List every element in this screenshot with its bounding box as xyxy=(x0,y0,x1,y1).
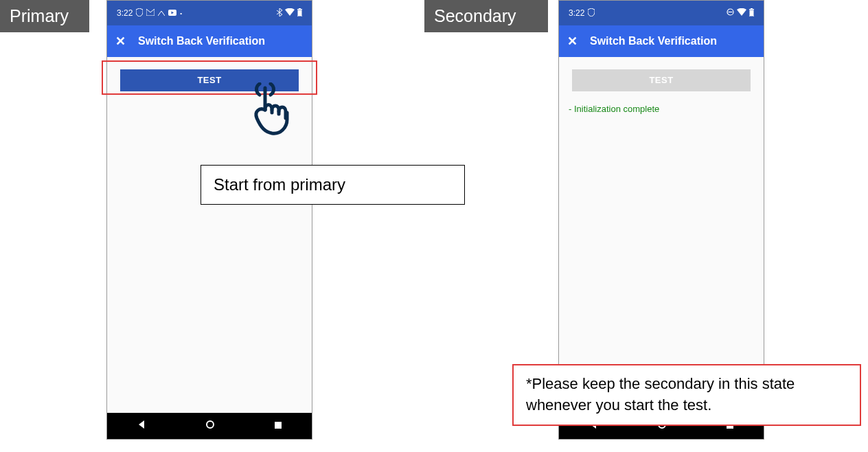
youtube-icon xyxy=(168,8,176,18)
status-left: 3:22 xyxy=(569,8,595,19)
status-left: 3:22 • xyxy=(117,8,182,19)
nav-bar xyxy=(107,413,312,439)
primary-label: Primary xyxy=(0,0,89,32)
secondary-label-text: Secondary xyxy=(434,6,516,25)
home-icon[interactable] xyxy=(205,420,215,432)
shield-icon xyxy=(136,8,143,19)
back-icon[interactable] xyxy=(137,420,146,432)
status-bar: 3:22 xyxy=(559,1,764,25)
wifi-icon xyxy=(285,8,295,18)
close-icon[interactable]: ✕ xyxy=(567,34,578,49)
battery-icon xyxy=(297,8,302,19)
callout-keep-text: *Please keep the secondary in this state… xyxy=(526,375,795,414)
shield-icon xyxy=(588,8,595,19)
content-area: TEST xyxy=(107,57,312,413)
dot-icon: • xyxy=(180,10,182,16)
signal-icon xyxy=(158,8,165,18)
primary-label-text: Primary xyxy=(10,6,69,25)
app-bar: ✕ Switch Back Verification xyxy=(559,25,764,57)
svg-rect-3 xyxy=(298,10,301,16)
bluetooth-icon xyxy=(277,8,282,19)
wifi-icon xyxy=(737,8,746,18)
callout-start: Start from primary xyxy=(201,165,465,205)
gmail-icon xyxy=(146,8,155,18)
callout-start-text: Start from primary xyxy=(214,175,345,194)
app-title: Switch Back Verification xyxy=(590,35,717,47)
status-right xyxy=(277,8,302,19)
secondary-label: Secondary xyxy=(424,0,548,32)
content-area: TEST - Initialization complete xyxy=(559,57,764,413)
callout-keep: *Please keep the secondary in this state… xyxy=(512,364,861,426)
app-bar: ✕ Switch Back Verification xyxy=(107,25,312,57)
dnd-icon xyxy=(727,8,734,18)
recent-icon[interactable] xyxy=(274,420,282,432)
svg-point-4 xyxy=(207,421,214,428)
test-button: TEST xyxy=(572,69,751,91)
highlight-test-button xyxy=(102,60,317,95)
status-right xyxy=(727,8,754,19)
status-time: 3:22 xyxy=(569,8,584,18)
battery-icon xyxy=(749,8,754,19)
close-icon[interactable]: ✕ xyxy=(115,34,126,49)
app-title: Switch Back Verification xyxy=(138,35,265,47)
svg-rect-10 xyxy=(750,10,753,16)
status-time: 3:22 xyxy=(117,8,133,18)
svg-rect-5 xyxy=(275,422,282,429)
init-message: - Initialization complete xyxy=(569,104,659,114)
status-bar: 3:22 • xyxy=(107,1,312,25)
